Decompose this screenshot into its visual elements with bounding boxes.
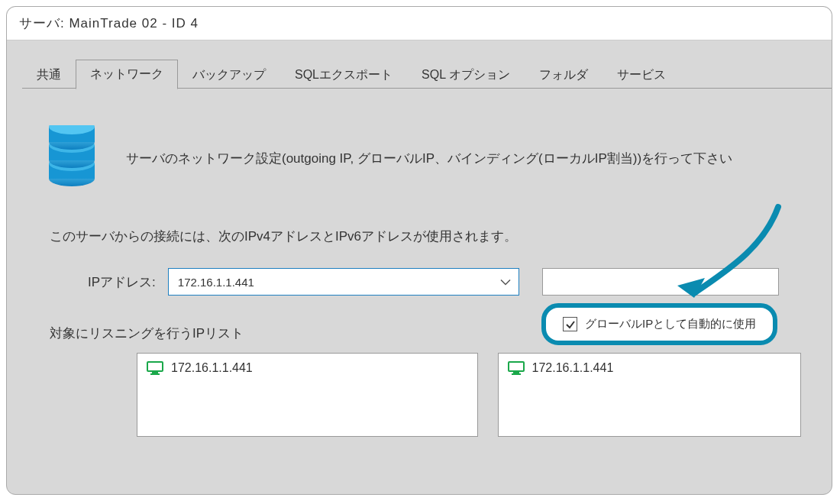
desc-text: このサーバからの接続には、次のIPv4アドレスとIPv6アドレスが使用されます。 — [50, 228, 801, 245]
tab-backup[interactable]: バックアップ — [178, 60, 280, 89]
chevron-down-icon — [500, 276, 511, 289]
intro-text: サーバのネットワーク設定(outgoing IP, グローバルIP、バインディン… — [126, 150, 732, 167]
svg-rect-12 — [509, 362, 524, 371]
ip-address-label: IPアドレス: — [88, 273, 156, 291]
auto-global-ip-highlight: グローバルIPとして自動的に使用 — [541, 303, 777, 345]
ip-list-left[interactable]: 172.16.1.1.441 — [137, 353, 478, 437]
svg-rect-9 — [147, 362, 163, 371]
ip-address-row: IPアドレス: 172.16.1.1.441 — [88, 268, 801, 296]
svg-rect-10 — [152, 372, 158, 373]
tab-service[interactable]: サービス — [603, 60, 680, 89]
tab-strip: 共通 ネットワーク バックアップ SQLエクスポート SQL オプション フォル… — [7, 59, 832, 89]
auto-global-ip-checkbox[interactable] — [563, 317, 577, 331]
window-body: 共通 ネットワーク バックアップ SQLエクスポート SQL オプション フォル… — [7, 40, 832, 452]
window-titlebar: サーバ: MainTrade 02 - ID 4 — [7, 7, 832, 40]
svg-rect-13 — [513, 372, 519, 373]
list-item-ip: 172.16.1.1.441 — [171, 361, 253, 375]
window-title: サーバ: MainTrade 02 - ID 4 — [19, 16, 199, 31]
config-window: サーバ: MainTrade 02 - ID 4 共通 ネットワーク バックアッ… — [6, 6, 832, 495]
svg-rect-11 — [150, 373, 160, 375]
tab-content-network: サーバのネットワーク設定(outgoing IP, グローバルIP、バインディン… — [7, 89, 832, 452]
server-stack-icon — [45, 125, 99, 191]
list-item-ip: 172.16.1.1.441 — [532, 361, 614, 375]
tab-common[interactable]: 共通 — [22, 60, 76, 89]
secondary-ip-input[interactable] — [542, 268, 779, 296]
monitor-icon — [147, 361, 163, 375]
intro-row: サーバのネットワーク設定(outgoing IP, グローバルIP、バインディン… — [45, 125, 801, 191]
list-item[interactable]: 172.16.1.1.441 — [147, 360, 468, 376]
ip-address-value: 172.16.1.1.441 — [178, 276, 254, 289]
svg-rect-14 — [512, 373, 521, 375]
auto-global-ip-label: グローバルIPとして自動的に使用 — [585, 317, 756, 331]
tab-network[interactable]: ネットワーク — [76, 60, 178, 89]
tab-folder[interactable]: フォルダ — [525, 60, 603, 89]
list-item[interactable]: 172.16.1.1.441 — [508, 360, 791, 376]
tab-sql-options[interactable]: SQL オプション — [407, 60, 525, 89]
monitor-icon — [508, 361, 525, 375]
ip-address-select[interactable]: 172.16.1.1.441 — [168, 268, 519, 296]
ip-lists-row: 172.16.1.1.441 172.16.1.1.441 — [137, 353, 801, 437]
ip-list-right[interactable]: 172.16.1.1.441 — [498, 353, 801, 437]
tab-sql-export[interactable]: SQLエクスポート — [280, 60, 407, 89]
